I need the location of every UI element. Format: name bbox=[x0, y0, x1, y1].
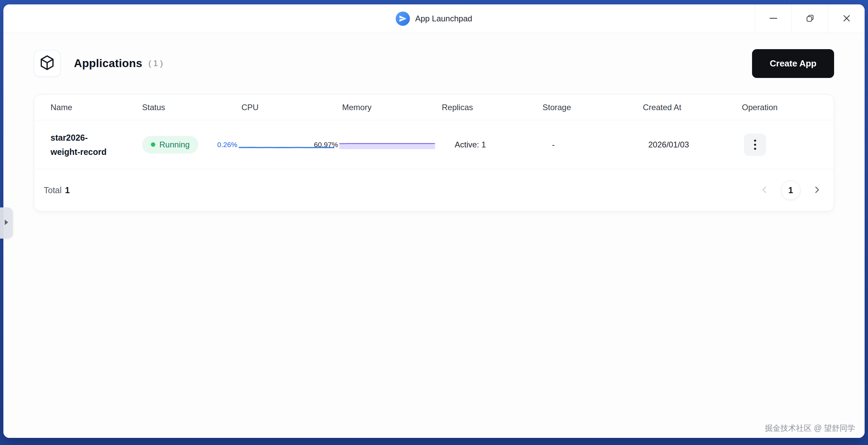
replicas-value: Active: 1 bbox=[442, 140, 542, 149]
storage-value: - bbox=[542, 140, 643, 149]
operation-cell bbox=[742, 134, 834, 156]
pagination: 1 bbox=[760, 180, 822, 200]
window-titlebar[interactable]: App Launchpad bbox=[3, 4, 865, 33]
applications-table-card: Name Status CPU Memory Replicas Storage … bbox=[34, 94, 834, 211]
close-icon bbox=[842, 14, 851, 24]
desktop-background: App Launchpad bbox=[0, 0, 868, 445]
minimize-button[interactable] bbox=[755, 4, 791, 33]
expand-arrow-icon bbox=[4, 219, 8, 227]
minimize-icon bbox=[769, 14, 778, 24]
status-dot-icon bbox=[151, 142, 155, 147]
next-page-button[interactable] bbox=[812, 185, 822, 196]
row-menu-button[interactable] bbox=[744, 134, 766, 156]
cpu-usage-value: 0.26% bbox=[217, 141, 237, 149]
ellipsis-dot bbox=[754, 148, 756, 150]
sidebar-expand-handle[interactable] bbox=[0, 207, 13, 239]
status-label: Running bbox=[159, 140, 190, 149]
page-title: Applications bbox=[74, 57, 142, 70]
chevron-left-icon bbox=[760, 185, 769, 196]
column-header-memory: Memory bbox=[342, 103, 442, 112]
table-row[interactable]: star2026-weight-record Running 0.26% bbox=[34, 120, 834, 169]
page-number-button[interactable]: 1 bbox=[781, 180, 801, 200]
total-label: Total bbox=[44, 185, 62, 195]
created-at-value: 2026/01/03 bbox=[643, 140, 742, 149]
applications-count: ( 1 ) bbox=[149, 59, 163, 68]
create-app-button[interactable]: Create App bbox=[752, 49, 834, 78]
main-content: Applications ( 1 ) Create App Name Statu… bbox=[3, 33, 865, 438]
column-header-replicas: Replicas bbox=[442, 103, 542, 112]
ellipsis-dot bbox=[754, 144, 756, 146]
column-header-storage: Storage bbox=[542, 103, 643, 112]
memory-cell: 60.97% bbox=[342, 140, 442, 149]
ellipsis-dot bbox=[754, 140, 756, 142]
column-header-created-at: Created At bbox=[643, 103, 742, 112]
applications-cube-icon bbox=[39, 55, 55, 72]
restore-button[interactable] bbox=[791, 4, 828, 33]
column-header-name: Name bbox=[51, 103, 142, 112]
column-header-status: Status bbox=[142, 103, 241, 112]
table-header-row: Name Status CPU Memory Replicas Storage … bbox=[34, 95, 834, 120]
app-launchpad-logo-icon bbox=[396, 12, 410, 26]
column-header-operation: Operation bbox=[742, 103, 834, 112]
app-window: App Launchpad bbox=[3, 4, 865, 438]
window-controls bbox=[755, 4, 865, 33]
memory-usage-value: 60.97% bbox=[314, 141, 338, 149]
prev-page-button[interactable] bbox=[760, 185, 769, 196]
close-button[interactable] bbox=[828, 4, 865, 33]
restore-icon bbox=[806, 14, 814, 24]
column-header-cpu: CPU bbox=[241, 103, 342, 112]
chevron-right-icon bbox=[812, 185, 822, 196]
window-title: App Launchpad bbox=[415, 14, 472, 23]
total-value: 1 bbox=[65, 185, 70, 195]
watermark-text: 掘金技术社区 @ 望舒同学 bbox=[765, 423, 855, 433]
status-badge: Running bbox=[142, 136, 198, 154]
app-name[interactable]: star2026-weight-record bbox=[51, 130, 115, 159]
table-footer: Total 1 1 bbox=[34, 169, 834, 211]
applications-logo-box bbox=[34, 50, 60, 77]
page-header: Applications ( 1 ) Create App bbox=[34, 49, 834, 78]
titlebar-title-group: App Launchpad bbox=[396, 12, 472, 26]
